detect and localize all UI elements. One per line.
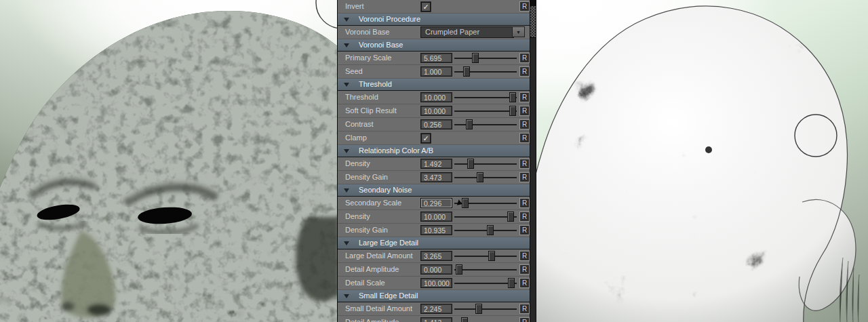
value-field[interactable]: 3.265 <box>420 251 452 261</box>
slider[interactable] <box>453 302 518 315</box>
slider-handle[interactable] <box>463 66 470 77</box>
dropdown-arrow-button[interactable]: ▼ <box>512 26 525 37</box>
value-field[interactable]: 0.296 <box>420 198 452 208</box>
slider[interactable] <box>453 277 518 289</box>
value-field[interactable]: 2.245 <box>420 304 452 314</box>
scrollbar-thumb[interactable] <box>530 6 536 38</box>
value-field[interactable]: 3.473 <box>420 172 452 182</box>
attribute-label: Detail Scale <box>345 279 385 287</box>
slider[interactable] <box>453 210 518 223</box>
slider-handle[interactable] <box>487 225 494 235</box>
viewport-shaded-head[interactable] <box>0 0 337 322</box>
slider-handle[interactable] <box>462 198 469 208</box>
brush-cursor-ring-left <box>316 0 337 28</box>
section-header-label: Voronoi Procedure <box>359 15 420 23</box>
slider[interactable] <box>453 104 518 117</box>
section-header[interactable]: Large Edge Detail <box>338 237 530 249</box>
section-header-label: Small Edge Detail <box>359 291 418 300</box>
attribute-row: Clamp✓R <box>338 132 530 145</box>
slider-handle[interactable] <box>475 304 482 314</box>
value-field[interactable]: 0.000 <box>420 264 452 275</box>
reset-button[interactable]: R <box>519 225 530 235</box>
section-header[interactable]: Threshold <box>338 79 530 91</box>
attribute-row: Seed1.000R <box>338 65 530 79</box>
slider[interactable] <box>453 65 518 78</box>
reset-button[interactable]: R <box>519 66 530 77</box>
attribute-label: Density <box>345 159 370 167</box>
reset-button[interactable]: R <box>519 212 530 222</box>
slider-handle[interactable] <box>507 212 514 222</box>
slider[interactable] <box>453 249 518 262</box>
reset-button[interactable]: R <box>519 106 530 116</box>
value-field[interactable]: 100.000 <box>420 278 452 288</box>
value-field[interactable]: 1.000 <box>420 66 452 77</box>
value-field[interactable]: 0.256 <box>420 119 452 129</box>
section-header-label: Seondary Noise <box>359 186 412 194</box>
slider-handle[interactable] <box>456 264 462 275</box>
reset-button[interactable]: R <box>519 278 530 288</box>
attribute-label: Density <box>345 212 370 220</box>
section-header[interactable]: Small Edge Detail <box>338 290 530 302</box>
slider-handle[interactable] <box>461 317 468 322</box>
slider[interactable] <box>453 171 518 184</box>
slider-handle[interactable] <box>508 278 515 288</box>
checkbox-input[interactable]: ✓ <box>421 134 431 143</box>
value-field[interactable]: 1.413 <box>420 317 452 322</box>
slider[interactable] <box>453 157 518 170</box>
slider[interactable] <box>453 91 518 104</box>
panel-scrollbar[interactable] <box>530 0 536 322</box>
slider-handle[interactable] <box>509 92 516 102</box>
reset-button[interactable]: R <box>519 92 530 102</box>
reset-button[interactable]: R <box>519 53 530 63</box>
section-header[interactable]: Relationship Color A/B <box>338 145 530 157</box>
attribute-label: Primary Scale <box>345 54 391 62</box>
reset-button[interactable]: R <box>519 172 530 182</box>
reset-button[interactable]: R <box>519 119 530 129</box>
slider[interactable] <box>453 316 518 322</box>
section-header[interactable]: Seondary Noise <box>338 184 530 197</box>
dropdown-select[interactable]: Crumpled Paper <box>420 26 514 38</box>
collapse-arrow-icon <box>344 18 349 22</box>
attribute-label: Soft Clip Result <box>345 106 397 115</box>
slider-handle[interactable] <box>467 159 474 169</box>
value-field[interactable]: 5.695 <box>420 53 452 63</box>
slider[interactable] <box>453 197 518 209</box>
slider[interactable] <box>453 224 518 237</box>
reset-button[interactable]: R <box>519 264 530 275</box>
slider-track <box>454 110 517 112</box>
attribute-label: Seed <box>345 67 363 75</box>
slider-handle[interactable] <box>488 251 495 261</box>
value-field[interactable]: 10.000 <box>420 106 452 116</box>
value-field[interactable]: 10.000 <box>420 212 452 222</box>
reset-button[interactable]: R <box>519 304 530 314</box>
reset-button[interactable]: R <box>519 198 530 208</box>
viewport-textured-head[interactable] <box>536 0 868 322</box>
slider-handle[interactable] <box>509 106 516 116</box>
slider[interactable] <box>453 118 518 131</box>
reset-button[interactable]: R <box>519 133 530 143</box>
attribute-row: Detail Scale100.000R <box>338 277 530 290</box>
value-field[interactable]: 10.935 <box>420 225 452 235</box>
slider-handle[interactable] <box>472 53 479 63</box>
attribute-row: Small Detail Amount2.245R <box>338 302 530 316</box>
attribute-label: Contrast <box>345 120 374 128</box>
attribute-label: Clamp <box>345 134 367 142</box>
slider[interactable] <box>453 52 518 64</box>
section-header-label: Threshold <box>359 80 392 88</box>
reset-button[interactable]: R <box>519 1 530 12</box>
section-header-label: Voronoi Base <box>359 41 403 49</box>
value-field[interactable]: 1.492 <box>420 159 452 169</box>
attribute-row: Density Gain10.935R <box>338 224 530 237</box>
slider-handle[interactable] <box>477 172 484 182</box>
slider-handle[interactable] <box>466 119 473 129</box>
reset-button[interactable]: R <box>519 251 530 261</box>
section-header[interactable]: Voronoi Procedure <box>338 14 530 26</box>
value-field[interactable]: 10.000 <box>420 92 452 102</box>
reset-button[interactable]: R <box>519 159 530 169</box>
reset-button[interactable]: R <box>519 317 530 322</box>
slider[interactable] <box>453 263 518 276</box>
shaded-head-render <box>0 0 337 322</box>
section-header[interactable]: Voronoi Base <box>338 39 530 52</box>
checkbox-input[interactable]: ✓ <box>421 2 431 12</box>
attribute-row: Soft Clip Result10.000R <box>338 104 530 118</box>
